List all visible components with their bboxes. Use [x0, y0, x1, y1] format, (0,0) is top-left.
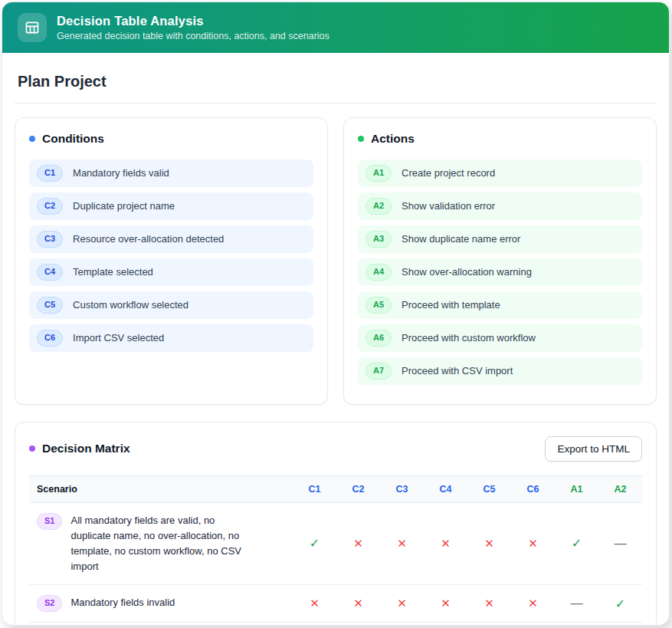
scenario-cell: S2 Mandatory fields invalid — [29, 585, 293, 622]
action-label: Create project record — [402, 167, 495, 179]
decision-table-window: Decision Table Analysis Generated decisi… — [2, 2, 670, 626]
scenario-badge: S2 — [37, 595, 62, 612]
matrix-column-header: C3 — [380, 476, 424, 502]
matrix-body: S1 All mandatory fields are valid, no du… — [29, 503, 642, 623]
condition-label: Duplicate project name — [73, 200, 175, 212]
action-item: A3 Show duplicate name error — [358, 225, 642, 253]
condition-item: C4 Template selected — [29, 258, 313, 286]
condition-item: C3 Resource over-allocation detected — [29, 225, 313, 253]
action-badge: A4 — [366, 264, 392, 281]
condition-label: Mandatory fields valid — [73, 167, 169, 179]
actions-card: Actions A1 Create project record A2 Show… — [343, 117, 657, 405]
matrix-mark-yes: ✓ — [615, 597, 625, 611]
action-label: Proceed with custom workflow — [402, 332, 536, 344]
matrix-mark-yes: ✓ — [310, 536, 320, 551]
scenario-cell: S1 All mandatory fields are valid, no du… — [29, 503, 293, 585]
condition-item: C5 Custom workflow selected — [29, 291, 313, 319]
action-label: Proceed with CSV import — [402, 365, 513, 376]
matrix-column-header: C4 — [424, 476, 467, 502]
action-badge: A6 — [366, 330, 392, 347]
actions-title: Actions — [371, 132, 415, 146]
matrix-mark-no: ✕ — [528, 597, 538, 610]
conditions-title: Conditions — [42, 132, 104, 146]
condition-badge: C4 — [37, 264, 63, 281]
action-label: Proceed with template — [402, 299, 500, 311]
conditions-card-head: Conditions — [29, 132, 313, 146]
conditions-card: Conditions C1 Mandatory fields valid C2 … — [15, 117, 328, 405]
export-to-html-button[interactable]: Export to HTML — [545, 436, 642, 462]
actions-dot-icon — [358, 136, 364, 142]
condition-item: C2 Duplicate project name — [29, 192, 313, 220]
matrix-mark-no: ✕ — [353, 597, 363, 610]
matrix-column-header: C2 — [336, 476, 380, 502]
matrix-mark-no: ✕ — [528, 537, 538, 551]
matrix-mark-yes: ✓ — [572, 536, 582, 551]
main-content: Plan Project Conditions C1 Mandatory fie… — [2, 53, 669, 626]
table-icon — [18, 13, 47, 42]
action-label: Show duplicate name error — [402, 233, 520, 245]
condition-label: Resource over-allocation detected — [73, 233, 224, 245]
matrix-header-row: Scenario C1 C2 C3 C4 C5 C6 A1 A2 — [29, 475, 642, 503]
matrix-mark-no: ✕ — [310, 597, 320, 610]
scenario-label: All mandatory fields are valid, no dupli… — [70, 513, 251, 575]
action-badge: A5 — [366, 297, 392, 314]
matrix-column-header: C5 — [467, 476, 511, 502]
condition-badge: C6 — [37, 330, 63, 347]
action-badge: A3 — [366, 231, 392, 248]
matrix-mark-no: ✕ — [441, 597, 451, 610]
action-item: A2 Show validation error — [358, 192, 642, 220]
condition-item: C1 Mandatory fields valid — [29, 159, 313, 187]
actions-card-head: Actions — [358, 132, 642, 146]
matrix-column-header: Scenario — [29, 476, 293, 502]
condition-label: Custom workflow selected — [73, 299, 188, 311]
matrix-mark-no: ✕ — [397, 597, 407, 610]
matrix-column-header: C1 — [293, 476, 336, 502]
conditions-dot-icon — [29, 136, 35, 142]
condition-badge: C1 — [37, 165, 63, 182]
action-badge: A7 — [366, 363, 392, 380]
action-item: A7 Proceed with CSV import — [358, 357, 642, 385]
condition-item: C6 Import CSV selected — [29, 324, 313, 352]
action-item: A1 Create project record — [358, 159, 642, 187]
matrix-mark-no: ✕ — [484, 537, 494, 551]
matrix-mark-dash: — — [571, 597, 583, 610]
header-text: Decision Table Analysis Generated decisi… — [57, 14, 329, 41]
decision-matrix-title-group: Decision Matrix — [29, 442, 130, 455]
action-label: Show validation error — [402, 200, 495, 212]
condition-badge: C3 — [37, 231, 63, 248]
action-badge: A2 — [366, 198, 392, 215]
matrix-row: S1 All mandatory fields are valid, no du… — [29, 503, 642, 586]
condition-label: Import CSV selected — [73, 332, 164, 344]
action-label: Show over-allocation warning — [402, 266, 532, 278]
matrix-dot-icon — [29, 446, 35, 452]
action-item: A5 Proceed with template — [358, 291, 642, 319]
conditions-list: C1 Mandatory fields valid C2 Duplicate p… — [29, 159, 313, 352]
scenario-badge: S1 — [37, 513, 62, 530]
matrix-column-header: C6 — [511, 476, 555, 502]
summary-cards: Conditions C1 Mandatory fields valid C2 … — [15, 117, 657, 405]
condition-label: Template selected — [73, 266, 153, 278]
header-subtitle: Generated decision table with conditions… — [57, 31, 329, 41]
action-item: A6 Proceed with custom workflow — [358, 324, 642, 352]
matrix-row: S2 Mandatory fields invalid ✕✕✕✕✕✕—✓ — [29, 585, 642, 623]
action-badge: A1 — [366, 165, 392, 182]
decision-matrix-head: Decision Matrix Export to HTML — [29, 436, 642, 462]
matrix-mark-no: ✕ — [441, 537, 451, 551]
matrix-mark-no: ✕ — [484, 597, 494, 610]
matrix-mark-no: ✕ — [353, 537, 363, 551]
matrix-column-header: A1 — [555, 476, 598, 502]
condition-badge: C5 — [37, 297, 63, 314]
page-title: Plan Project — [15, 68, 657, 104]
actions-list: A1 Create project record A2 Show validat… — [358, 159, 642, 385]
app-header: Decision Table Analysis Generated decisi… — [2, 2, 669, 53]
condition-badge: C2 — [37, 198, 63, 215]
header-title: Decision Table Analysis — [57, 14, 329, 28]
matrix-mark-dash: — — [615, 537, 627, 551]
decision-matrix-card: Decision Matrix Export to HTML Scenario … — [15, 422, 657, 626]
action-item: A4 Show over-allocation warning — [358, 258, 642, 286]
matrix-column-header: A2 — [598, 476, 642, 502]
decision-matrix-title: Decision Matrix — [42, 442, 130, 455]
matrix-mark-no: ✕ — [397, 537, 407, 551]
scenario-label: Mandatory fields invalid — [70, 595, 175, 610]
